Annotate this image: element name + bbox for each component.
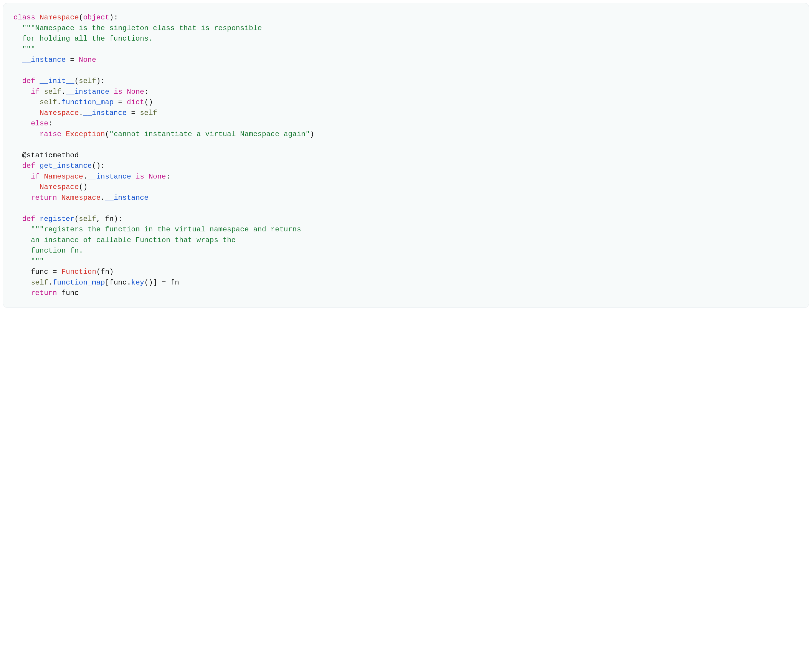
docstring-line: """ xyxy=(13,45,35,53)
method-key: key xyxy=(131,279,144,287)
docstring-line: """Namespace is the singleton class that… xyxy=(22,24,262,32)
code-block: class Namespace(object): """Namespace is… xyxy=(3,3,809,308)
builtin-dict: dict xyxy=(127,98,144,106)
self-param: self xyxy=(79,77,96,85)
docstring-line: """registers the function in the virtual… xyxy=(31,226,301,233)
method-init: __init__ xyxy=(40,77,75,85)
keyword-return: return xyxy=(31,194,57,202)
keyword-def: def xyxy=(22,77,35,85)
keyword-none: None xyxy=(79,56,96,64)
builtin-object: object xyxy=(83,13,110,22)
class-function: Function xyxy=(61,268,96,276)
string-literal: "cannot instantiate a virtual Namespace … xyxy=(109,130,310,138)
keyword-if: if xyxy=(31,88,39,96)
keyword-class: class xyxy=(13,13,35,22)
docstring-line: for holding all the functions. xyxy=(13,34,153,43)
method-get-instance: get_instance xyxy=(40,162,92,170)
keyword-raise: raise xyxy=(40,130,61,138)
docstring-line: """ xyxy=(13,257,44,265)
param-fn: fn xyxy=(105,215,114,223)
docstring-line: function fn. xyxy=(13,247,83,255)
var-func: func xyxy=(31,268,48,276)
attr-instance: __instance xyxy=(22,56,66,64)
keyword-else: else xyxy=(31,119,48,127)
keyword-is: is xyxy=(114,88,122,96)
class-exception: Exception xyxy=(66,130,105,138)
method-register: register xyxy=(40,215,75,223)
decorator-staticmethod: @staticmethod xyxy=(22,151,79,160)
docstring-line: an instance of callable Function that wr… xyxy=(13,236,236,244)
attr-function-map: function_map xyxy=(61,98,114,106)
class-name: Namespace xyxy=(40,13,79,22)
